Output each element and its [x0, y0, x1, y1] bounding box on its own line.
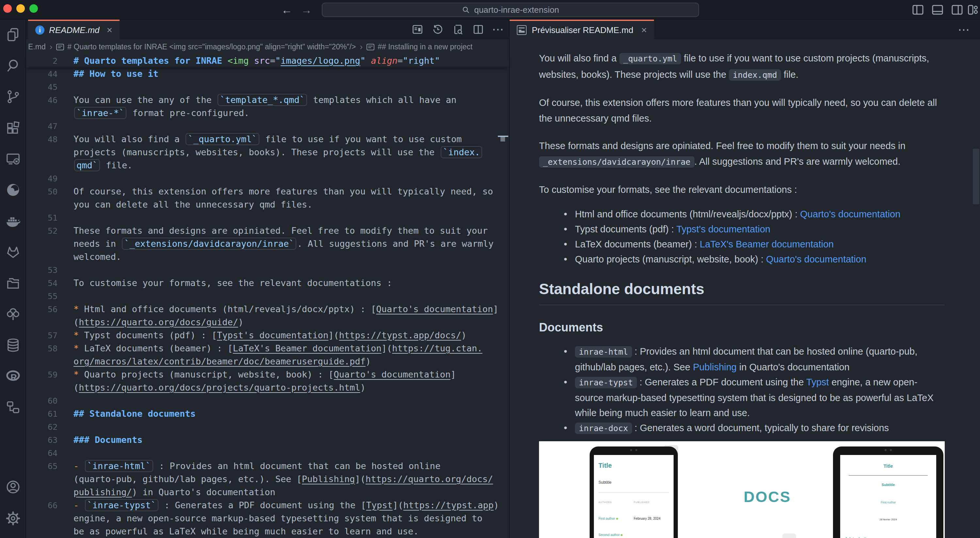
open-preview-icon[interactable] [411, 23, 424, 36]
project-manager-icon [6, 276, 21, 292]
code-line[interactable]: (https://quarto.org/docs/guide/) [26, 316, 509, 329]
breadcrumb-item[interactable]: E.md [28, 43, 46, 51]
code-token: needs in [73, 239, 121, 249]
timeline-history-icon[interactable] [431, 23, 444, 36]
link[interactable]: LaTeX's Beamer documentation [700, 239, 834, 249]
activity-item-gitlab[interactable] [0, 239, 26, 266]
maximize-window-button[interactable] [29, 4, 38, 13]
activity-item-settings-gear[interactable] [0, 506, 26, 532]
code-line[interactable]: 61## Standalone documents [26, 407, 509, 420]
code-token: = [398, 56, 403, 66]
code-line[interactable]: 53 [26, 263, 509, 276]
breadcrumb-item[interactable]: # Quarto templates for INRAE <img src="i… [67, 43, 356, 51]
code-line[interactable]: qmd` file. [26, 159, 509, 172]
minimize-window-button[interactable] [16, 4, 25, 13]
command-center-search[interactable]: quarto-inrae-extension [322, 3, 699, 17]
search-doc-icon[interactable] [452, 23, 465, 36]
code-line[interactable]: 46You can use the any of the `template_*… [26, 94, 509, 107]
activity-item-account[interactable] [0, 474, 26, 501]
activity-item-search[interactable] [0, 53, 26, 80]
code-token: Quarto's documentation [334, 369, 451, 380]
more-actions-icon[interactable]: ⋯ [492, 22, 504, 36]
code-token: `index. [441, 146, 482, 158]
code-line[interactable]: welcomed. [26, 251, 509, 263]
breadcrumb-item[interactable]: ## Installing in a new project [378, 43, 473, 51]
code-line[interactable]: org/macros/latex/contrib/beamer/doc/beam… [26, 355, 509, 368]
code-line[interactable]: 54To customise your formats, see the rel… [26, 276, 509, 290]
line-number: 52 [26, 225, 57, 238]
code-line[interactable]: 56* Html and office documents (html/reve… [26, 303, 509, 316]
code-line[interactable]: 45 [26, 80, 509, 94]
activity-item-r-language[interactable]: R [0, 364, 26, 390]
code-line[interactable]: `inrae-*` format pre-configured. [26, 107, 509, 120]
code-token: https://quarto.org/docs/guide/ [79, 317, 238, 327]
code-line[interactable]: (https://quarto.org/docs/projects/quarto… [26, 381, 509, 394]
code-line[interactable]: 58* LaTeX documents (beamer) : [LaTeX's … [26, 342, 509, 355]
more-actions-icon[interactable]: ⋯ [958, 23, 970, 37]
activity-item-explorer[interactable] [0, 22, 26, 48]
navigate-back-icon[interactable]: ← [280, 3, 294, 17]
navigate-forward-icon[interactable]: → [299, 3, 313, 17]
code-line[interactable]: 51 [26, 211, 509, 224]
line-number: 47 [26, 120, 57, 133]
toggle-primary-sidebar-icon[interactable] [911, 3, 925, 16]
close-tab-icon[interactable]: × [107, 24, 113, 36]
activity-item-extensions[interactable] [0, 115, 26, 142]
code-line[interactable]: 66- `inrae-typst` : Generates a PDF docu… [26, 499, 509, 512]
code-line[interactable]: 64 [26, 447, 509, 460]
text: LaTeX documents (beamer) : [575, 239, 700, 249]
tab-readme[interactable]: i README.md × [28, 20, 119, 39]
code-line[interactable]: 63### Documents [26, 433, 509, 447]
activity-item-browser-swirl[interactable] [0, 177, 26, 204]
code-line[interactable]: 50Of course, this extension offers more … [26, 185, 509, 198]
link[interactable]: Quarto's documentation [766, 254, 866, 264]
code-line[interactable]: 59* Quarto projects (manuscript, website… [26, 368, 509, 381]
code-line[interactable]: 57* Typst documents (pdf) : [Typst's doc… [26, 329, 509, 342]
activity-item-commit-graph[interactable] [0, 395, 26, 421]
code-token: ) [360, 382, 366, 393]
code-line[interactable]: be as powerful as LaTeX while being much… [26, 525, 509, 538]
activity-item-database[interactable] [0, 333, 26, 359]
code-line[interactable]: you can delete all the unnecessary qmd f… [26, 198, 509, 211]
code-line[interactable]: projects (manuscripts, websites, books).… [26, 146, 509, 159]
code-token: ]( [355, 474, 366, 484]
link[interactable]: Publishing [693, 362, 737, 372]
text: Of course, this extension offers more fe… [539, 97, 937, 123]
customize-layout-icon[interactable] [966, 3, 980, 16]
code-token: align [371, 56, 397, 66]
activity-item-project-manager[interactable] [0, 271, 26, 297]
sticky-scroll-line[interactable]: 2# Quarto templates for INRAE <img src="… [26, 54, 509, 67]
toggle-panel-icon[interactable] [930, 3, 945, 16]
link[interactable]: Quarto's documentation [800, 209, 900, 219]
activity-item-todo-tree[interactable] [0, 302, 26, 328]
code-line[interactable]: 52These formats and designs are opiniate… [26, 224, 509, 237]
code-token: Quarto projects (manuscript, website, bo… [84, 369, 334, 380]
code-line[interactable]: 60 [26, 394, 509, 407]
code-line[interactable]: 47 [26, 120, 509, 133]
code-line[interactable]: (quarto-pub, github/lab pages, etc.). Se… [26, 473, 509, 486]
split-editor-icon[interactable] [472, 23, 485, 36]
close-window-button[interactable] [3, 4, 12, 13]
code-line[interactable]: 48You will also find a `_quarto.yml` fil… [26, 133, 509, 146]
code-line[interactable]: 44## How to use it [26, 67, 509, 80]
code-line[interactable]: engine, a new open-source markup-based t… [26, 512, 509, 525]
close-tab-icon[interactable]: × [641, 24, 647, 36]
code-line[interactable]: 49 [26, 172, 509, 185]
activity-item-source-control[interactable] [0, 84, 26, 110]
link[interactable]: Typst [806, 377, 829, 387]
code-token: : Generates a PDF document using the [ [159, 500, 366, 510]
tablet-html-mockup: TitleSubtitleAUTHORSFirst authorSecond a… [590, 447, 678, 538]
link[interactable]: Typst's documentation [676, 224, 771, 235]
editor-code-area[interactable]: 44## How to use it4546You can use the an… [26, 67, 509, 538]
code-line[interactable]: 65- `inrae-html` : Provides an html docu… [26, 460, 509, 473]
toggle-secondary-sidebar-icon[interactable] [950, 3, 964, 16]
preview-scrollbar[interactable] [973, 149, 979, 204]
code-line[interactable]: needs in `_extensions/davidcarayon/inrae… [26, 237, 509, 251]
code-line[interactable]: 62 [26, 420, 509, 433]
code-line[interactable]: 55 [26, 290, 509, 303]
tab-preview-readme[interactable]: Prévisualiser README.md × [510, 20, 654, 39]
activity-item-docker[interactable] [0, 209, 26, 235]
code-line[interactable]: publishing/) in Quarto's documentation [26, 486, 509, 499]
activity-item-remote-explorer[interactable] [0, 147, 26, 172]
code-line-text: (quarto-pub, github/lab pages, etc.). Se… [73, 474, 493, 484]
